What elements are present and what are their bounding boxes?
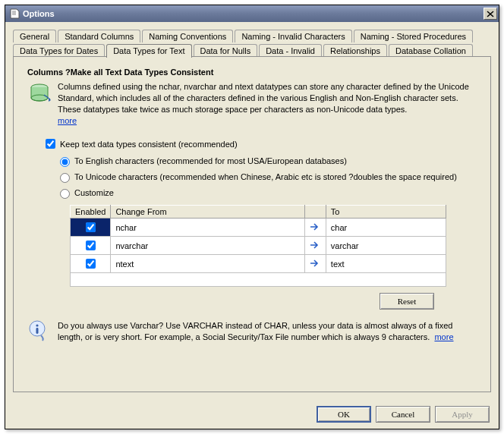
mapping-table: Enabled Change From To ncharcharnvarchar…	[70, 205, 446, 287]
reset-row: Reset	[27, 293, 434, 310]
radio-unicode-label[interactable]: To Unicode characters (recommended when …	[74, 171, 477, 182]
tab-data-invalid[interactable]: Data - Invalid	[259, 44, 322, 57]
table-row[interactable]: nvarcharvarchar	[71, 237, 446, 255]
options-window: Options GeneralStandard ColumnsNaming Co…	[5, 5, 499, 429]
col-arrow	[304, 206, 326, 219]
arrow-icon	[304, 219, 326, 237]
row-enabled-checkbox[interactable]	[86, 259, 96, 269]
tab-database-collation[interactable]: Database Collation	[389, 44, 473, 57]
radio-english[interactable]	[60, 157, 70, 167]
radio-english-label[interactable]: To English characters (recommended for m…	[74, 156, 477, 166]
tab-naming-invalid-characters[interactable]: Naming - Invalid Characters	[235, 30, 351, 42]
database-icon	[27, 81, 52, 107]
radio-unicode[interactable]	[60, 173, 70, 183]
tip-more-link[interactable]: more	[434, 332, 453, 341]
tabs-row-2: Data Types for DatesData Types for TextD…	[13, 42, 491, 57]
row-from: nvarchar	[111, 237, 304, 255]
row-enabled-checkbox[interactable]	[86, 222, 96, 232]
button-bar: OK Cancel Apply	[5, 400, 499, 429]
more-link[interactable]: more	[58, 116, 77, 125]
tabs-row-1: GeneralStandard ColumnsNaming Convention…	[13, 28, 491, 42]
keep-consistent-row: Keep text data types consistent (recomme…	[43, 137, 477, 151]
description-block: Columns defined using the nchar, nvarcha…	[58, 81, 477, 126]
window-title: Options	[23, 9, 484, 18]
tab-general[interactable]: General	[13, 30, 56, 42]
apply-button[interactable]: Apply	[435, 406, 490, 423]
table-row[interactable]: ncharchar	[71, 219, 446, 237]
arrow-icon	[304, 255, 326, 273]
tab-pane: Columns ?Make all Text Data Types Consis…	[13, 56, 491, 392]
info-icon	[27, 320, 52, 343]
keep-consistent-checkbox[interactable]	[46, 139, 55, 149]
tab-data-for-nulls[interactable]: Data for Nulls	[194, 44, 258, 57]
section-heading: Columns ?Make all Text Data Types Consis…	[27, 68, 477, 77]
row-to: char	[326, 219, 446, 237]
close-button[interactable]	[484, 8, 497, 20]
mapping-table-wrap: Enabled Change From To ncharcharnvarchar…	[70, 205, 446, 287]
description-text: Columns defined using the nchar, nvarcha…	[58, 82, 469, 114]
table-row[interactable]: ntexttext	[71, 255, 446, 273]
row-to: varchar	[326, 237, 446, 255]
row-to: text	[326, 255, 446, 273]
radio-english-row: To English characters (recommended for m…	[56, 155, 477, 167]
app-icon	[8, 8, 20, 20]
row-enabled-checkbox[interactable]	[86, 241, 96, 250]
radio-unicode-row: To Unicode characters (recommended when …	[56, 171, 477, 183]
row-from: ntext	[111, 255, 304, 273]
content-area: GeneralStandard ColumnsNaming Convention…	[5, 22, 499, 400]
arrow-icon	[304, 237, 326, 255]
col-enabled[interactable]: Enabled	[71, 206, 111, 219]
tab-naming-stored-procedures[interactable]: Naming - Stored Procedures	[354, 30, 473, 42]
tab-naming-conventions[interactable]: Naming Conventions	[142, 30, 233, 42]
tip-block: Do you always use Varchar? Use VARCHAR i…	[27, 320, 477, 343]
titlebar: Options	[5, 5, 499, 22]
keep-consistent-label[interactable]: Keep text data types consistent (recomme…	[60, 140, 238, 149]
row-from: nchar	[111, 219, 304, 237]
tip-text-wrap: Do you always use Varchar? Use VARCHAR i…	[58, 320, 477, 343]
radio-customize-row: Customize	[56, 187, 477, 199]
tab-standard-columns[interactable]: Standard Columns	[58, 30, 140, 42]
ok-button[interactable]: OK	[317, 406, 371, 423]
tab-data-types-for-text[interactable]: Data Types for Text	[106, 44, 191, 58]
svg-rect-5	[36, 328, 39, 334]
cancel-button[interactable]: Cancel	[376, 406, 430, 423]
radio-customize[interactable]	[60, 189, 70, 199]
tab-relationships[interactable]: Relationships	[323, 44, 387, 57]
tip-text: Do you always use Varchar? Use VARCHAR i…	[58, 321, 452, 341]
svg-point-4	[36, 325, 38, 327]
col-from[interactable]: Change From	[111, 206, 304, 219]
col-to[interactable]: To	[326, 206, 446, 219]
reset-button[interactable]: Reset	[380, 293, 434, 310]
tab-data-types-for-dates[interactable]: Data Types for Dates	[13, 44, 105, 57]
radio-customize-label[interactable]: Customize	[74, 187, 477, 198]
